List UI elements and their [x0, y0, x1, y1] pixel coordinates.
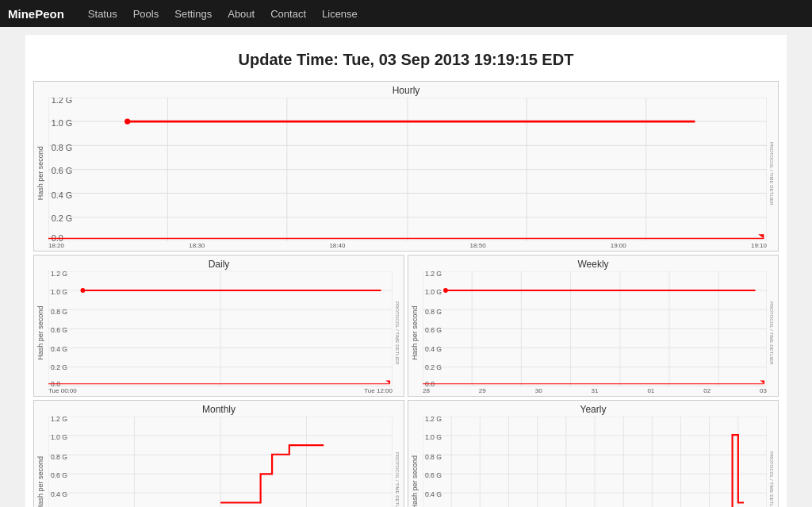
chart-hourly-title: Hourly [36, 85, 776, 96]
chart-monthly-rightlabel: PROTOCOL / TIME DETLIER [393, 417, 402, 507]
chart-weekly-svg: 1.2 G 1.0 G 0.8 G 0.6 G 0.4 G 0.2 G 0.0 [423, 271, 767, 386]
chart-daily-svg: 1.2 G 1.0 G 0.8 G 0.6 G 0.4 G 0.2 G 0.0 [48, 271, 393, 386]
chart-hourly-svg: 1.2 G 1.0 G 0.8 G 0.6 G 0.4 G 0.2 G 0.0 [48, 98, 767, 241]
svg-text:0.2 G: 0.2 G [52, 213, 73, 223]
svg-text:1.2 G: 1.2 G [425, 417, 442, 423]
chart-yearly-svg: 1.2 G 1.0 G 0.8 G 0.6 G 0.4 G 0.2 G 0.0 [423, 417, 767, 507]
chart-daily-rightlabel: PROTOCOL / TIME DETLIER [393, 271, 402, 394]
svg-text:1.0 G: 1.0 G [425, 288, 442, 296]
svg-marker-23 [758, 234, 764, 238]
svg-text:0.4 G: 0.4 G [51, 490, 67, 498]
chart-hourly-ylabel: Hash per second [36, 98, 48, 249]
brand-logo: MinePeon [8, 7, 64, 21]
nav-pools[interactable]: Pools [133, 8, 159, 20]
svg-text:0.4 G: 0.4 G [425, 490, 442, 498]
nav-settings[interactable]: Settings [174, 8, 212, 20]
svg-text:0.8 G: 0.8 G [51, 308, 67, 316]
svg-text:0.0: 0.0 [425, 380, 435, 386]
chart-weekly-area: 1.2 G 1.0 G 0.8 G 0.6 G 0.4 G 0.2 G 0.0 [423, 271, 767, 394]
svg-text:0.8 G: 0.8 G [52, 143, 73, 152]
svg-text:1.0 G: 1.0 G [51, 433, 67, 441]
svg-text:1.2 G: 1.2 G [51, 417, 67, 423]
chart-yearly-rightlabel: PROTOCOL / TIME DETLIER [767, 417, 776, 507]
svg-text:1.2 G: 1.2 G [52, 98, 73, 105]
svg-text:0.6 G: 0.6 G [425, 326, 442, 334]
update-time: Update Time: Tue, 03 Sep 2013 19:19:15 E… [33, 51, 779, 69]
chart-hourly-rightlabel: PROTOCOL / TIME DETLIER [767, 98, 776, 249]
svg-text:0.6 G: 0.6 G [51, 326, 67, 334]
chart-hourly: Hourly Hash per second [33, 81, 779, 252]
svg-text:1.2 G: 1.2 G [425, 271, 442, 278]
svg-text:0.6 G: 0.6 G [52, 166, 73, 175]
chart-yearly-ylabel: Hash per second [410, 417, 423, 507]
chart-yearly: Yearly Hash per second [408, 400, 779, 507]
svg-marker-44 [385, 381, 390, 384]
chart-monthly-title: Monthly [36, 404, 402, 415]
chart-yearly-area: 1.2 G 1.0 G 0.8 G 0.6 G 0.4 G 0.2 G 0.0 [423, 417, 767, 507]
svg-text:1.2 G: 1.2 G [51, 271, 67, 278]
svg-text:0.8 G: 0.8 G [425, 452, 442, 460]
svg-text:0.2 G: 0.2 G [425, 364, 442, 372]
chart-daily-area: 1.2 G 1.0 G 0.8 G 0.6 G 0.4 G 0.2 G 0.0 [48, 271, 393, 394]
chart-monthly-area: 1.2 G 1.0 G 0.8 G 0.6 G 0.4 G 0.2 G 0.0 [48, 417, 393, 507]
nav-status[interactable]: Status [88, 8, 117, 20]
charts-container: Hourly Hash per second [33, 81, 779, 507]
svg-text:1.0 G: 1.0 G [52, 118, 73, 128]
svg-text:0.0: 0.0 [52, 233, 63, 241]
chart-monthly-svg: 1.2 G 1.0 G 0.8 G 0.6 G 0.4 G 0.2 G 0.0 [48, 417, 393, 507]
chart-daily-ylabel: Hash per second [36, 271, 48, 394]
chart-weekly-ylabel: Hash per second [410, 271, 423, 394]
svg-text:0.0: 0.0 [51, 380, 60, 386]
chart-yearly-title: Yearly [410, 404, 776, 415]
chart-monthly-ylabel: Hash per second [36, 417, 48, 507]
svg-text:0.8 G: 0.8 G [51, 452, 67, 460]
chart-weekly-rightlabel: PROTOCOL / TIME DETLIER [767, 271, 776, 394]
chart-hourly-xlabels: 18:20 18:30 18:40 18:50 19:00 19:10 [48, 241, 767, 249]
nav-contact[interactable]: Contact [270, 8, 306, 20]
chart-weekly-xlabels: 28 29 30 31 01 02 03 [423, 386, 767, 394]
svg-text:1.0 G: 1.0 G [425, 433, 442, 441]
chart-daily: Daily Hash per second [33, 255, 404, 397]
svg-text:0.4 G: 0.4 G [51, 345, 67, 353]
svg-text:1.0 G: 1.0 G [51, 288, 67, 296]
svg-text:0.2 G: 0.2 G [51, 364, 67, 372]
svg-text:0.8 G: 0.8 G [425, 308, 442, 316]
chart-monthly: Monthly Hash per second [33, 400, 404, 507]
svg-text:0.4 G: 0.4 G [425, 345, 442, 353]
nav-about[interactable]: About [228, 8, 255, 20]
svg-text:0.6 G: 0.6 G [51, 471, 67, 479]
svg-marker-70 [760, 381, 764, 384]
chart-daily-title: Daily [36, 259, 402, 270]
chart-weekly: Weekly Hash per second [408, 255, 779, 397]
nav-license[interactable]: License [322, 8, 358, 20]
svg-text:0.4 G: 0.4 G [52, 190, 73, 200]
navbar: MinePeon Status Pools Settings About Con… [0, 0, 812, 27]
chart-daily-xlabels: Tue 00:00 Tue 12:00 [48, 386, 393, 394]
svg-text:0.6 G: 0.6 G [425, 471, 442, 479]
chart-hourly-area: 1.2 G 1.0 G 0.8 G 0.6 G 0.4 G 0.2 G 0.0 [48, 98, 767, 249]
chart-weekly-title: Weekly [410, 259, 776, 270]
